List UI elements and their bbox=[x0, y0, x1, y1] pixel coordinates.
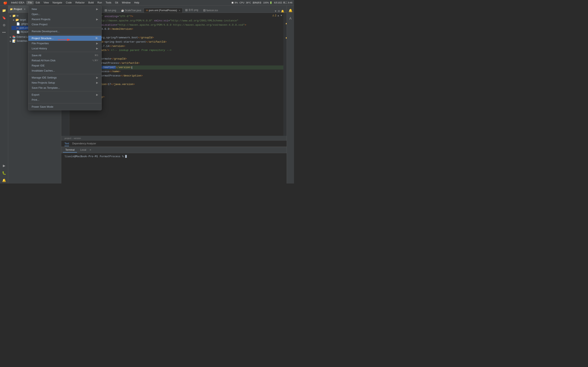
menu-recent-projects[interactable]: Recent Projects ▶ bbox=[28, 17, 102, 22]
tab-icon: 🖼 bbox=[203, 9, 206, 12]
menubar-git[interactable]: Git bbox=[113, 1, 120, 4]
tab-pom[interactable]: m pom.xml (FormatProcess) ✕ bbox=[144, 8, 182, 13]
tree-label: target bbox=[20, 18, 26, 21]
tab-icon: 🖼 bbox=[104, 9, 107, 12]
file-menu-dropdown: New ▶ Open... Recent Projects ▶ Close Pr… bbox=[28, 6, 102, 110]
menu-arrow-icon: ▶ bbox=[96, 8, 98, 11]
code-line-2: <project xmlns="http://maven.apache.org/… bbox=[73, 19, 283, 23]
menu-separator-4 bbox=[28, 74, 102, 74]
menu-close-label: Close Project bbox=[32, 23, 47, 26]
bottom-panel: Terminal Local ✕ liuxin@MacBook-Pro-M1 F… bbox=[61, 147, 287, 184]
debug-btn[interactable]: 🐛 bbox=[1, 170, 7, 176]
file-icon: 📄 bbox=[16, 22, 20, 25]
menubar-refactor[interactable]: Refactor bbox=[74, 1, 86, 4]
code-editor[interactable]: <?xml version="1.0" encoding="UTF-8"?> <… bbox=[69, 13, 287, 136]
menu-save-all[interactable]: Save All ⌘S bbox=[28, 53, 102, 58]
tab-icon: m bbox=[146, 9, 148, 12]
menubar-view[interactable]: View bbox=[42, 1, 51, 4]
menu-open[interactable]: Open... bbox=[28, 12, 102, 17]
menubar-intellij[interactable]: IntelliJ IDEA bbox=[9, 1, 26, 4]
folder-icon: 📂 bbox=[16, 18, 19, 21]
breadcrumb-project[interactable]: project bbox=[65, 137, 71, 140]
tab-overflow[interactable]: ▼ ⚙ 🔔 bbox=[273, 9, 286, 13]
menu-arrow-icon: ▶ bbox=[96, 47, 98, 50]
tree-arrow: ▶ bbox=[10, 36, 11, 38]
right-icon-notifications[interactable]: 🔔 bbox=[287, 7, 294, 14]
terminal-close-btn[interactable]: ✕ bbox=[89, 149, 91, 151]
more-btn[interactable]: ••• bbox=[1, 29, 7, 36]
terminal-content[interactable]: liuxin@MacBook-Pro-M1 FormatProcess % bbox=[61, 153, 287, 184]
tab-yinfu[interactable]: 🖼 音符.png bbox=[183, 7, 200, 13]
tab-favicon[interactable]: 🖼 favicon.ico bbox=[201, 8, 220, 13]
menubar-code[interactable]: Code bbox=[64, 1, 73, 4]
notifications-btn[interactable]: 🔔 bbox=[1, 177, 7, 184]
shortcut-project-structure: ⌘; bbox=[95, 37, 98, 40]
scroll-warning-marker bbox=[286, 23, 287, 24]
menu-repair-ide[interactable]: Repair IDE bbox=[28, 63, 102, 68]
menu-invalidate-label: Invalidate Caches... bbox=[32, 69, 55, 72]
menu-separator-6 bbox=[28, 103, 102, 103]
menubar-build[interactable]: Build bbox=[87, 1, 95, 4]
project-title: Project bbox=[14, 8, 22, 11]
project-view-btn[interactable]: 📁 bbox=[1, 7, 7, 14]
menu-invalidate[interactable]: Invalidate Caches... bbox=[28, 68, 102, 73]
menu-project-structure[interactable]: Project Structure... ⌘; bbox=[28, 36, 102, 41]
menubar-navigate[interactable]: Navigate bbox=[51, 1, 64, 4]
menu-close-project[interactable]: Close Project bbox=[28, 22, 102, 27]
code-line-18: </properties> bbox=[73, 87, 283, 91]
menu-power-save-label: Power Save Mode bbox=[32, 105, 53, 108]
breadcrumb-version[interactable]: version bbox=[74, 137, 81, 140]
menu-save-all-label: Save All bbox=[32, 54, 41, 57]
menu-export[interactable]: Export ▶ bbox=[28, 92, 102, 97]
menubar-run[interactable]: Run bbox=[96, 1, 104, 4]
tab-scaletran[interactable]: ☕ ScaleTran.java bbox=[119, 8, 144, 13]
tab-close-icon[interactable]: ✕ bbox=[179, 9, 180, 12]
menu-arrow-icon: ▶ bbox=[96, 81, 98, 84]
tab-run[interactable]: 🖼 run.png bbox=[102, 8, 118, 13]
menubar-edit[interactable]: Edit bbox=[34, 1, 42, 4]
menu-file-properties[interactable]: File Properties ▶ bbox=[28, 41, 102, 46]
terminal-tabs: Terminal Local ✕ bbox=[61, 147, 287, 153]
menubar-help[interactable]: Help bbox=[132, 1, 141, 4]
cpu-label: CPU bbox=[240, 1, 244, 4]
code-line-12: <artifactId>FormatProcess</artifactId> bbox=[73, 61, 283, 66]
code-line-5: <parent> bbox=[73, 31, 283, 36]
menubar-right: 🔲 8% CPU 38°C 搜狗拼音 100% 🔋 8月15日 周二 9:46 bbox=[231, 1, 292, 4]
right-scrollbar[interactable] bbox=[283, 13, 287, 136]
menu-manage-ide-label: Manage IDE Settings bbox=[32, 76, 57, 79]
menu-local-history[interactable]: Local History ▶ bbox=[28, 46, 102, 51]
right-icon-search[interactable]: A bbox=[287, 15, 294, 22]
menu-manage-ide[interactable]: Manage IDE Settings ▶ bbox=[28, 75, 102, 80]
menubar-tools[interactable]: Tools bbox=[104, 1, 113, 4]
apple-menu[interactable]: 🍎 bbox=[2, 1, 9, 5]
tab-overflow-btn[interactable]: ▼ bbox=[274, 9, 277, 13]
run-btn[interactable]: ▶ bbox=[1, 162, 7, 169]
menu-new[interactable]: New ▶ bbox=[28, 7, 102, 12]
tab-local[interactable]: Local bbox=[78, 148, 89, 152]
scratch-icon: 📝 bbox=[12, 39, 16, 43]
cpu-indicator: 🔲 8% bbox=[231, 1, 238, 4]
menu-save-template[interactable]: Save File as Template... bbox=[28, 85, 102, 90]
input-method[interactable]: 搜狗拼音 bbox=[252, 1, 261, 4]
menubar-file[interactable]: File bbox=[26, 1, 34, 4]
menubar-window[interactable]: Window bbox=[120, 1, 132, 4]
menu-power-save[interactable]: Power Save Mode bbox=[28, 104, 102, 109]
menu-new-projects-setup[interactable]: New Projects Setup ▶ bbox=[28, 80, 102, 85]
tab-settings-icon[interactable]: ⚙ bbox=[278, 9, 280, 13]
bookmarks-btn[interactable]: 🔖 bbox=[1, 15, 7, 21]
menu-reload[interactable]: Reload All from Disk ⌥⌘Y bbox=[28, 58, 102, 63]
notifications-icon[interactable]: 🔔 bbox=[281, 9, 284, 13]
tab-label: 音符.png bbox=[189, 8, 198, 12]
sub-tab-text[interactable]: Text bbox=[65, 141, 69, 146]
menu-arrow-icon: ▶ bbox=[96, 93, 98, 96]
menu-print[interactable]: Print... bbox=[28, 97, 102, 102]
menu-remote-dev[interactable]: Remote Development... bbox=[28, 29, 102, 34]
structure-btn[interactable]: ⚙ bbox=[1, 22, 7, 28]
tab-terminal[interactable]: Terminal bbox=[63, 148, 77, 152]
menu-arrow-icon: ▶ bbox=[96, 42, 98, 45]
shortcut-save-all: ⌘S bbox=[95, 54, 98, 57]
menu-separator-5 bbox=[28, 91, 102, 91]
sub-tab-dependency[interactable]: Dependency Analyzer bbox=[72, 141, 96, 146]
code-line-19: <dependencies> bbox=[73, 91, 283, 95]
menubar-left: 🍎 IntelliJ IDEA File Edit View Navigate … bbox=[2, 1, 141, 5]
